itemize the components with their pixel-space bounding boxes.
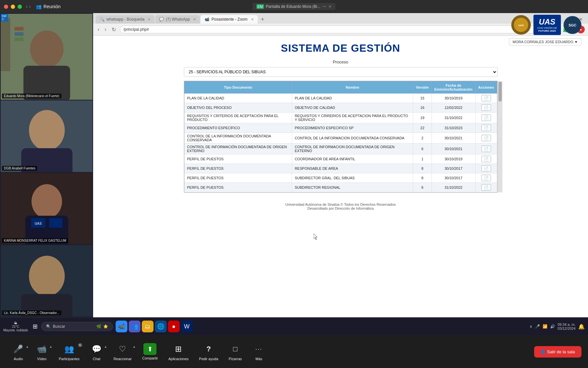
col-header-acciones: Acciones	[475, 81, 497, 94]
taskbar-icon-app2[interactable]: W	[181, 321, 193, 332]
participant-tile-anabell: DGB Anabell Fuentes	[1, 100, 92, 172]
process-select[interactable]: 25 - SERVICIOS AL PÚBLICO DEL SIBUAS	[184, 67, 498, 77]
cell-acciones: 📄	[475, 154, 497, 164]
windows-start-button[interactable]: ⊞	[29, 321, 41, 332]
cell-nombre: OBJETIVO DE CALIDAD	[292, 103, 413, 113]
tray-expand-icon[interactable]: ∧	[530, 324, 532, 329]
zoom-tab-em-more[interactable]: ⋯	[322, 4, 326, 9]
taskbar-search[interactable]: 🔍 Buscar 🌿 ⭐	[41, 322, 113, 331]
zoom-tab-em-label: Pantalla de Eduardo Mora (Bi...	[266, 4, 320, 9]
zoom-more-button[interactable]: ··· Más	[247, 342, 270, 361]
cell-fecha: 30/10/2019	[432, 154, 475, 164]
download-button[interactable]: 📄	[482, 95, 491, 101]
window-chevron-icon[interactable]: ‹ ›	[26, 4, 31, 9]
download-button[interactable]: 📄	[482, 165, 491, 172]
browser-forward-button[interactable]: ›	[103, 26, 107, 33]
cell-acciones: 📄	[475, 94, 497, 103]
table-scrollbar[interactable]	[498, 81, 502, 192]
zoom-video-button[interactable]: 📹 ▲ Vídeo	[30, 342, 54, 361]
browser-tab-whatsapp[interactable]: 💬 (7) WhatsApp ✕	[155, 15, 200, 24]
tab-whatsapp-close[interactable]: ✕	[193, 17, 196, 22]
minimize-window-button[interactable]	[11, 5, 15, 9]
react-label: Reaccionar	[114, 357, 132, 361]
weather-widget: 🌥 21°C Mayorм. nublado	[3, 321, 28, 332]
cell-fecha: 30/10/2017	[432, 173, 475, 183]
react-chevron-icon[interactable]: ▲	[133, 345, 136, 348]
zoom-audio-button[interactable]: 🎤 ▲ Audio	[7, 342, 30, 361]
taskbar-icon-zoom[interactable]: 📹	[116, 321, 127, 332]
taskbar-icon-files[interactable]: 🗂	[142, 321, 154, 332]
taskbar-icon-edge[interactable]: 🌐	[155, 321, 167, 332]
participant-label-karla: Lic. Karla Ávila_DSGC - Observador...	[2, 310, 61, 315]
cell-version: 8	[413, 173, 432, 183]
tab-zoom-close[interactable]: ✕	[251, 17, 254, 22]
close-window-button[interactable]	[4, 5, 8, 9]
scroll-thumb[interactable]	[498, 82, 502, 101]
cell-version: 6	[413, 183, 432, 192]
download-button[interactable]: 📄	[482, 104, 491, 111]
download-button[interactable]: 📄	[482, 125, 491, 131]
download-button[interactable]: 📄	[482, 135, 491, 141]
footer-line1: Universidad Autónoma de Sinaloa © Todos …	[285, 202, 396, 206]
cell-tipo: PLAN DE LA CALIDAD	[184, 94, 292, 103]
notifications-icon[interactable]: 🔔	[578, 324, 585, 330]
zoom-participants-button[interactable]: 👥 5 Participantes	[54, 342, 85, 361]
tab-whatsapp-search-close[interactable]: ✕	[148, 17, 151, 22]
taskbar-right: ∧ 🎤 📶 🔊 09:34 a. m. 03/12/2024 🔔	[530, 323, 585, 330]
zoom-whiteboard-button[interactable]: □ Pizarras	[223, 342, 247, 361]
tab-zoom-label: Posasistente - Zoom	[211, 17, 247, 22]
download-button[interactable]: 📄	[482, 156, 491, 162]
cell-version: 15	[413, 94, 432, 103]
leave-meeting-button[interactable]: 👤 Salir de la sala	[534, 346, 581, 358]
cell-nombre: REQUISITOS Y CRIRERIOS DE ACEPTACION PAR…	[292, 113, 413, 123]
zoom-chat-button[interactable]: 💬 ▲ Chat	[85, 342, 108, 361]
cell-acciones: 📄	[475, 144, 497, 154]
maximize-window-button[interactable]	[18, 5, 22, 9]
cell-nombre: CONTROL DE LA INFORMACION DOCUMENTADA CO…	[292, 133, 413, 144]
zoom-tab-em-close[interactable]: ✕	[328, 4, 332, 9]
cell-version: 1	[413, 154, 432, 164]
cell-version: 19	[413, 113, 432, 123]
download-button[interactable]: 📄	[482, 114, 491, 121]
chat-chevron-icon[interactable]: ▲	[104, 345, 107, 348]
taskbar-emoji-2: ⭐	[103, 324, 108, 329]
cell-acciones: 📄	[475, 123, 497, 133]
cell-fecha: 31/10/2022	[432, 113, 475, 123]
tray-mic-icon[interactable]: 🎤	[535, 324, 540, 329]
taskbar-icon-app1[interactable]: ●	[168, 321, 180, 332]
zoom-share-button[interactable]: ⬆ Compartir	[137, 343, 163, 360]
zoom-help-button[interactable]: ? Pedir ayuda	[194, 342, 223, 361]
table-row: PERFIL DE PUESTOS RESPONSABLE DE AREA 8 …	[184, 164, 497, 173]
browser-tab-whatsapp-search[interactable]: 🔍 whatsapp - Búsqueda ✕	[96, 15, 155, 24]
chat-label: Chat	[93, 357, 100, 361]
svg-rect-12	[15, 38, 24, 41]
browser-back-button[interactable]: ‹	[96, 26, 101, 33]
zoom-tab-em-icon: EM	[256, 4, 264, 9]
cell-acciones: 📄	[475, 164, 497, 173]
video-chevron-icon[interactable]: ▲	[49, 345, 52, 348]
browser-refresh-button[interactable]: ↻	[110, 26, 117, 33]
audio-icon: 🎤	[12, 342, 25, 356]
browser-panel: 🔍 whatsapp - Búsqueda ✕ 💬 (7) WhatsApp ✕…	[93, 13, 588, 317]
table-row: REQUISITOS Y CRITERIOS DE ACEPTACIÓN PAR…	[184, 113, 497, 123]
user-selector-label: MORA CORRALES JOSE EDUARDO ▼	[513, 40, 578, 44]
user-selector-dropdown[interactable]: MORA CORRALES JOSE EDUARDO ▼	[509, 38, 581, 45]
zoom-apps-button[interactable]: ⊞ Aplicaciones	[163, 342, 194, 361]
cell-version: 6	[413, 144, 432, 154]
download-button[interactable]: 📄	[482, 175, 491, 181]
browser-tab-zoom[interactable]: 📹 Posasistente - Zoom ✕	[201, 15, 257, 24]
download-button[interactable]: 📄	[482, 184, 491, 191]
cell-fecha: 30/10/2021	[432, 133, 475, 144]
new-tab-button[interactable]: +	[258, 16, 267, 23]
tray-volume-icon[interactable]: 🔊	[550, 324, 555, 329]
tray-wifi-icon[interactable]: 📶	[543, 324, 547, 329]
whiteboard-label: Pizarras	[229, 357, 242, 361]
taskbar-icon-teams[interactable]: 👥	[129, 321, 140, 332]
audio-chevron-icon[interactable]: ▲	[26, 345, 29, 348]
zoom-react-button[interactable]: ♡ ▲ Reaccionar	[108, 342, 137, 361]
weather-temp: 21°C	[12, 325, 19, 328]
sgc-logo: SGC	[564, 16, 581, 34]
zoom-tab-em[interactable]: EM Pantalla de Eduardo Mora (Bi... ⋯ ✕	[253, 3, 335, 10]
address-bar-input[interactable]	[120, 26, 546, 33]
download-button[interactable]: 📄	[482, 146, 491, 152]
